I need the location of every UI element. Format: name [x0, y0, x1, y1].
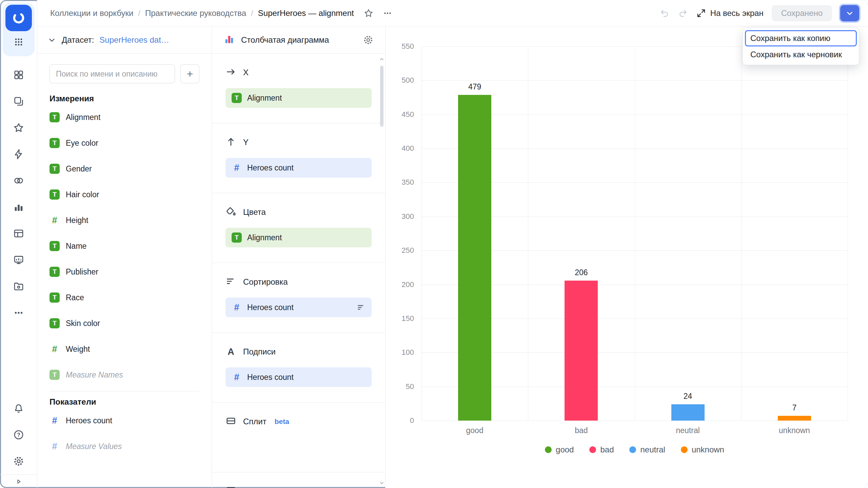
config-section-split: Сплит beta — [212, 403, 385, 472]
more-actions-icon[interactable] — [382, 8, 393, 18]
charts-icon[interactable] — [0, 194, 37, 220]
y-tick-label: 150 — [401, 314, 414, 323]
paint-bucket-icon — [225, 206, 236, 218]
legend-label: bad — [600, 445, 614, 454]
field-row[interactable]: TPublisher — [50, 259, 199, 285]
undo-icon[interactable] — [659, 8, 670, 18]
field-row[interactable]: #Height — [50, 207, 199, 233]
menu-item-save-copy[interactable]: Сохранить как копию — [745, 30, 857, 46]
text-field-icon: T — [232, 232, 242, 243]
field-label: Name — [66, 242, 86, 251]
bar-cell: 479 — [421, 46, 528, 421]
field-chip-heroes-count[interactable]: # Heroes count — [225, 367, 372, 387]
rail-header — [3, 3, 35, 56]
field-row[interactable]: THair color — [50, 182, 199, 207]
collapse-dataset-icon[interactable] — [47, 36, 56, 44]
field-row[interactable]: TAlignment — [50, 104, 199, 130]
section-title: X — [243, 68, 249, 77]
chart-settings-gear-icon[interactable] — [363, 35, 374, 45]
field-row[interactable]: TSkin color — [50, 310, 199, 336]
field-label: Heroes count — [66, 416, 112, 425]
redo-icon[interactable] — [678, 8, 688, 18]
breadcrumb-guides[interactable]: Практические руководства — [145, 8, 246, 18]
favorite-star-icon[interactable] — [363, 8, 374, 18]
collections-icon[interactable] — [0, 88, 37, 115]
search-input[interactable] — [50, 64, 175, 83]
config-section-colors: Цвета T Alignment — [212, 193, 385, 263]
field-label: Measure Names — [66, 370, 123, 380]
expand-panel-icon[interactable] — [0, 474, 37, 488]
field-row[interactable]: TMeasure Names — [50, 362, 199, 388]
catalog-icon[interactable] — [0, 62, 37, 88]
chart-type-label: Столбчатая диаграмма — [241, 35, 357, 45]
x-axis-icon — [225, 66, 236, 79]
scroll-up-icon[interactable] — [379, 56, 384, 63]
y-tick-label: 0 — [410, 416, 414, 425]
field-row[interactable]: #Weight — [50, 336, 199, 362]
chip-label: Heroes count — [247, 303, 294, 312]
sort-order-icon[interactable] — [357, 303, 366, 312]
monitoring-icon[interactable] — [0, 247, 37, 273]
topbar: Коллекции и воркбуки / Практические руко… — [37, 0, 868, 26]
settings-icon[interactable] — [0, 448, 37, 474]
notifications-icon[interactable] — [0, 395, 37, 422]
field-row[interactable]: TName — [50, 233, 199, 259]
bar-unknown[interactable] — [778, 416, 811, 421]
field-row[interactable]: TRace — [50, 285, 199, 310]
fullscreen-label: На весь экран — [710, 8, 764, 18]
chart-type-icon[interactable] — [223, 34, 235, 46]
help-icon[interactable]: ? — [0, 422, 37, 448]
bar-bad[interactable] — [565, 281, 598, 421]
legend-item[interactable]: neutral — [629, 445, 665, 454]
field-label: Height — [66, 216, 88, 225]
bar-neutral[interactable] — [671, 404, 705, 421]
saved-button[interactable]: Сохранено — [772, 5, 832, 21]
field-row[interactable]: TGender — [50, 156, 199, 182]
apps-grid-icon[interactable] — [3, 31, 35, 53]
config-section-y: Y # Heroes count — [212, 123, 385, 193]
field-row[interactable]: TEye color — [50, 130, 199, 156]
more-services-icon[interactable] — [0, 300, 37, 326]
dimensions-list: TAlignmentTEye colorTGenderTHair color#H… — [50, 104, 199, 388]
section-title: Y — [243, 138, 249, 147]
datalens-logo[interactable] — [5, 5, 32, 31]
breadcrumb-collections[interactable]: Коллекции и воркбуки — [50, 8, 133, 18]
menu-item-save-draft[interactable]: Сохранить как черновик — [745, 46, 857, 63]
storage-icon[interactable] — [0, 273, 37, 300]
y-tick-label: 400 — [401, 144, 414, 153]
section-title: Сплит — [243, 417, 267, 426]
scrollbar-thumb[interactable] — [380, 66, 383, 127]
legend-item[interactable]: bad — [589, 445, 614, 454]
number-field-icon: # — [50, 344, 60, 354]
legend-item[interactable]: unknown — [681, 445, 724, 454]
config-scrollbar[interactable] — [379, 56, 384, 487]
chart-x-axis: goodbadneutralunknown — [421, 426, 848, 435]
field-row[interactable]: #Heroes count — [50, 408, 199, 433]
split-icon — [225, 415, 236, 428]
field-row[interactable]: #Measure Values — [50, 433, 199, 459]
save-options-button[interactable] — [840, 5, 859, 21]
fullscreen-button[interactable]: На весь экран — [696, 8, 764, 18]
scrollbar-track[interactable] — [379, 63, 384, 479]
field-chip-alignment[interactable]: T Alignment — [225, 228, 372, 247]
fullscreen-icon — [696, 8, 706, 18]
favorites-icon[interactable] — [0, 115, 37, 141]
bar-cell: 7 — [741, 46, 848, 421]
field-label: Race — [66, 293, 84, 302]
datasets-icon[interactable] — [0, 220, 37, 247]
dataset-name-link[interactable]: SuperHeroes dat… — [99, 35, 169, 45]
editor-icon[interactable] — [0, 141, 37, 167]
connections-icon[interactable] — [0, 167, 37, 194]
bar-value-label: 206 — [528, 268, 634, 277]
left-rail: ? — [0, 0, 37, 488]
legend-item[interactable]: good — [545, 445, 574, 454]
text-field-icon: T — [50, 267, 60, 277]
bar-cell: 24 — [635, 46, 741, 421]
field-chip-heroes-count[interactable]: # Heroes count — [225, 298, 372, 317]
field-label: Weight — [66, 345, 90, 354]
add-field-button[interactable]: + — [180, 64, 199, 83]
field-chip-alignment[interactable]: T Alignment — [225, 88, 372, 108]
scroll-down-icon[interactable] — [379, 479, 384, 487]
field-chip-heroes-count[interactable]: # Heroes count — [225, 158, 372, 178]
bar-good[interactable] — [458, 95, 491, 421]
